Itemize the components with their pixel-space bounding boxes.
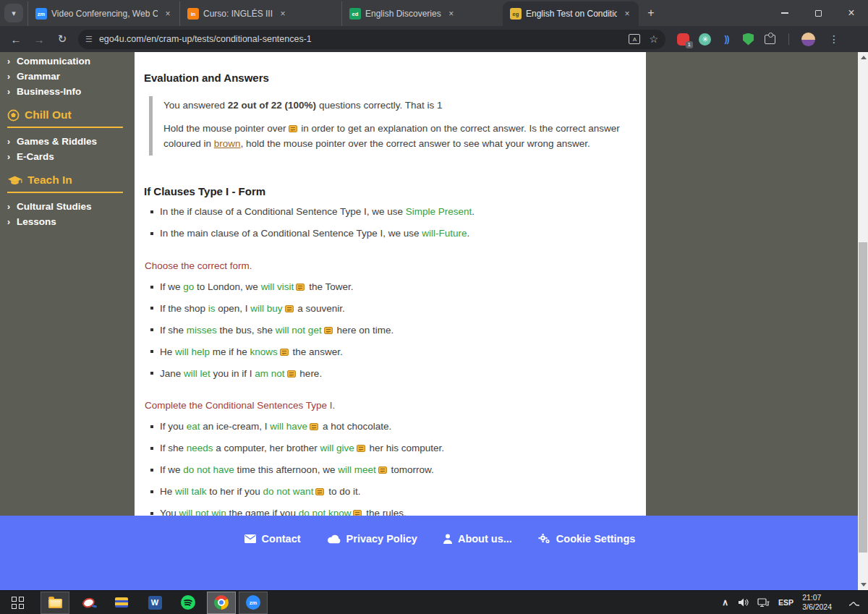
page-scrollbar[interactable]: [858, 52, 868, 590]
explanation-bubble-icon[interactable]: [324, 327, 333, 334]
close-window-button[interactable]: ×: [835, 0, 868, 26]
sidebar-item-e-cards[interactable]: ›E-Cards: [0, 149, 135, 164]
spotify-icon: [181, 595, 195, 610]
answer-text: will-Future: [422, 228, 467, 239]
sidebar-header-chill-out[interactable]: Chill Out: [7, 108, 123, 128]
chatgpt-extension-icon[interactable]: ✳: [699, 33, 711, 46]
tab-close-icon[interactable]: ×: [162, 8, 174, 20]
explanation-bubble-icon[interactable]: [315, 488, 324, 495]
tray-chevron-up-icon[interactable]: ∧: [722, 597, 728, 607]
site-settings-icon[interactable]: ☰: [85, 35, 93, 44]
tab-english-test-active[interactable]: eg English Test on Conditional Sen ×: [503, 1, 639, 26]
answer-text: needs: [187, 443, 213, 453]
sidebar-item-games-riddles[interactable]: ›Games & Riddles: [0, 134, 135, 149]
translate-icon[interactable]: A: [629, 34, 640, 44]
answer-text: knows: [250, 346, 278, 357]
notification-ink-icon[interactable]: [848, 598, 861, 607]
scroll-up-arrow[interactable]: [861, 56, 867, 59]
sentence-text: you in if I: [210, 368, 255, 379]
sentence-text: If the shop: [160, 303, 208, 314]
audio-extension-icon[interactable]: )): [720, 33, 733, 46]
tab-curso-ingles[interactable]: in Curso: INGLÉS III ×: [179, 1, 341, 26]
sidebar-item-label: Cultural Studies: [17, 201, 92, 212]
browser-menu-button[interactable]: ⋮: [829, 33, 839, 45]
minimize-icon: [781, 12, 788, 14]
taskbar-app-archive[interactable]: [107, 592, 136, 614]
explanation-bubble-icon[interactable]: [310, 423, 318, 430]
sidebar-item-cultural-studies[interactable]: ›Cultural Studies: [0, 199, 135, 214]
minimize-button[interactable]: [768, 0, 801, 26]
tab-search-button[interactable]: ▾: [4, 4, 23, 22]
extensions-puzzle-button[interactable]: [764, 33, 776, 46]
sidebar-item-communication[interactable]: ›Communication: [0, 54, 135, 69]
explanation-bubble-icon[interactable]: [287, 370, 296, 378]
sidebar-item-grammar[interactable]: ›Grammar: [0, 69, 135, 84]
shield-extension-icon[interactable]: [742, 33, 754, 46]
bookmark-star-icon[interactable]: ☆: [649, 33, 658, 45]
tab-close-icon[interactable]: ×: [621, 8, 633, 20]
forward-button[interactable]: →: [27, 27, 51, 51]
sentence-text: a hot chocolate.: [320, 421, 391, 432]
tab-close-icon[interactable]: ×: [277, 8, 289, 20]
chevron-right-icon: ›: [7, 202, 10, 212]
sentence-text: He: [160, 486, 175, 497]
sentence-text: to do it.: [326, 486, 360, 497]
main-content: Evaluation and Answers You answered 22 o…: [135, 52, 646, 516]
browser-tab-strip: ▾ zm Video Conferencing, Web Conf × in C…: [0, 0, 868, 26]
taskbar-clock[interactable]: 21:07 3/6/2024: [802, 593, 832, 612]
taskbar-app-red-disc[interactable]: [74, 592, 103, 614]
footer-link-about-us[interactable]: About us...: [443, 533, 512, 545]
sidebar-header-label: Chill Out: [25, 108, 72, 121]
back-button[interactable]: ←: [4, 27, 27, 51]
profile-avatar[interactable]: [801, 33, 815, 46]
graduation-cap-icon: [7, 175, 22, 186]
footer-link-label: Contact: [262, 533, 301, 545]
network-icon[interactable]: [757, 597, 770, 607]
answer-text: is: [208, 303, 216, 314]
explanation-bubble-icon[interactable]: [285, 305, 294, 312]
exercise-item: If she misses the bus, she will not get …: [144, 320, 627, 341]
sidebar-header-teach-in[interactable]: Teach In: [7, 174, 123, 193]
taskbar-file-explorer[interactable]: [41, 592, 69, 614]
speaker-icon[interactable]: [737, 597, 749, 607]
sidebar-item-business-info[interactable]: ›Business-Info: [0, 84, 135, 99]
explanation-bubble-icon[interactable]: [289, 125, 297, 132]
explanation-bubble-icon[interactable]: [280, 349, 289, 356]
answer-text: will give: [320, 443, 354, 453]
start-button[interactable]: [0, 592, 35, 614]
answer-text: will have: [270, 421, 307, 432]
adblock-extension-icon[interactable]: 1: [677, 33, 689, 46]
answer-text: am not: [255, 368, 284, 379]
taskbar-zoom[interactable]: zm: [239, 592, 268, 614]
explanation-bubble-icon[interactable]: [296, 283, 305, 291]
sentence-text: , hold the mouse pointer over the correc…: [241, 138, 590, 149]
taskbar-chrome[interactable]: [207, 592, 236, 614]
sidebar-item-lessons[interactable]: ›Lessons: [0, 214, 135, 229]
footer-link-label: Cookie Settings: [556, 533, 636, 545]
taskbar-word[interactable]: W: [140, 592, 169, 614]
footer-link-contact[interactable]: Contact: [244, 533, 301, 545]
answer-text: eat: [187, 421, 200, 432]
tab-close-icon[interactable]: ×: [446, 8, 457, 20]
reload-button[interactable]: ↻: [51, 27, 74, 51]
complete-list: If you eat an ice-cream, I will have a h…: [144, 417, 627, 524]
clock-date: 3/6/2024: [802, 602, 832, 612]
system-tray: ∧ ESP 21:07 3/6/2024: [722, 593, 868, 612]
address-bar[interactable]: ☰ ego4u.com/en/cram-up/tests/conditional…: [78, 30, 665, 49]
tab-video-conferencing[interactable]: zm Video Conferencing, Web Conf ×: [27, 1, 179, 26]
answer-text: will talk: [175, 486, 207, 497]
brown-link[interactable]: brown: [214, 138, 241, 149]
footer-link-privacy-policy[interactable]: Privacy Policy: [327, 533, 417, 545]
scroll-down-arrow[interactable]: [861, 583, 867, 587]
new-tab-button[interactable]: +: [642, 4, 660, 22]
scrollbar-thumb[interactable]: [859, 242, 867, 553]
sentence-text: the answer.: [290, 346, 343, 357]
language-indicator[interactable]: ESP: [778, 598, 793, 607]
tab-english-discoveries[interactable]: ed English Discoveries ×: [341, 1, 503, 26]
explanation-bubble-icon[interactable]: [357, 445, 365, 452]
moodle-favicon: in: [187, 8, 199, 20]
taskbar-spotify[interactable]: [174, 592, 203, 614]
restore-button[interactable]: [801, 0, 835, 26]
footer-link-cookie-settings[interactable]: Cookie Settings: [538, 533, 636, 545]
explanation-bubble-icon[interactable]: [378, 466, 387, 474]
